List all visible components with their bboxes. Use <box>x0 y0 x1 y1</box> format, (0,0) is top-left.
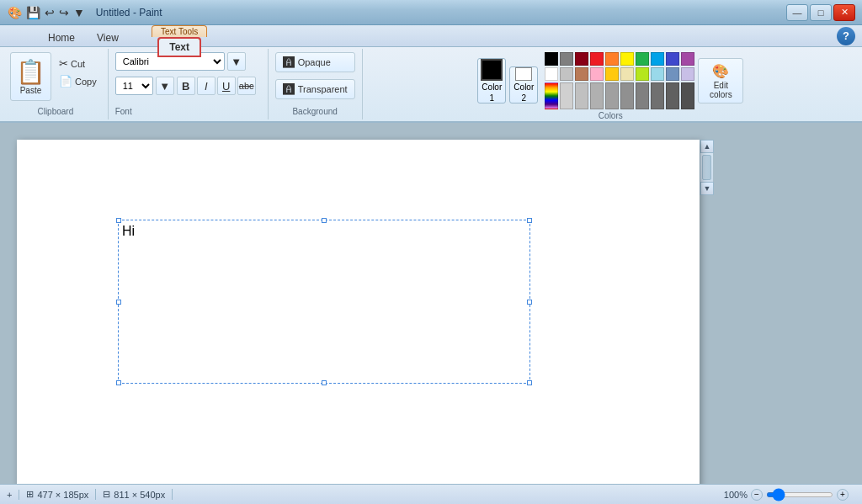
window-controls: — □ ✕ <box>786 4 855 21</box>
scroll-down-arrow[interactable]: ▼ <box>700 182 714 195</box>
color-swatch[interactable] <box>681 82 694 109</box>
add-icon: + <box>7 490 12 500</box>
copy-icon: 📄 <box>59 75 72 88</box>
help-button[interactable]: ? <box>837 27 855 45</box>
color-swatch[interactable] <box>590 52 604 66</box>
clipboard-label: Clipboard <box>37 107 73 116</box>
color-swatch[interactable] <box>651 67 664 81</box>
canvas-container[interactable]: Hi Download astro .com ▼ ▲ ▼ <box>0 123 862 484</box>
color-swatch[interactable] <box>666 52 679 66</box>
rainbow-swatch[interactable] <box>545 82 558 109</box>
paint-canvas[interactable]: Hi Download astro .com ▼ <box>17 140 700 484</box>
status-canvas-dims: ⊟ 811 × 540px <box>103 489 173 500</box>
canvas-dimensions: 811 × 540px <box>114 490 165 500</box>
color-swatch[interactable] <box>636 67 649 81</box>
tab-text[interactable]: Text <box>158 38 200 56</box>
minimize-button[interactable]: — <box>786 4 808 21</box>
color-swatch[interactable] <box>590 67 604 81</box>
color-swatch[interactable] <box>560 67 573 81</box>
copy-button[interactable]: 📄 Copy <box>55 73 101 89</box>
font-label: Font <box>115 107 132 116</box>
color-swatch[interactable] <box>560 82 573 109</box>
font-dropdown-button[interactable]: ▼ <box>227 52 246 71</box>
color-swatch[interactable] <box>605 82 619 109</box>
vertical-scrollbar[interactable]: ▲ ▼ <box>700 140 713 195</box>
zoom-in-button[interactable]: + <box>837 489 849 501</box>
color-swatch[interactable] <box>575 67 588 81</box>
handle-top-middle[interactable] <box>322 218 327 223</box>
color2-button[interactable]: Color 2 <box>509 66 538 103</box>
status-zoom: 100% − + <box>724 489 855 501</box>
strikethrough-button[interactable]: abc <box>237 77 256 95</box>
color-swatch[interactable] <box>560 52 573 66</box>
color1-swatch <box>481 59 503 81</box>
handle-bottom-right[interactable] <box>527 380 532 385</box>
size-dropdown-button[interactable]: ▼ <box>156 77 174 95</box>
status-add: + <box>7 490 19 500</box>
canvas-text[interactable]: Hi <box>122 224 135 239</box>
transparent-button[interactable]: 🅰 Transparent <box>275 79 355 99</box>
cut-button[interactable]: ✂ Cut <box>55 56 101 72</box>
customize-quick-access[interactable]: ▼ <box>72 5 86 20</box>
tab-home[interactable]: Home <box>37 28 86 46</box>
color-swatch[interactable] <box>681 52 694 66</box>
paste-button[interactable]: 📋 Paste <box>10 52 51 101</box>
ribbon-section-clipboard: 📋 Paste ✂ Cut 📄 Copy Clipboard <box>3 49 109 119</box>
undo-button[interactable]: ↩ <box>44 5 56 20</box>
zoom-level: 100% <box>724 490 748 500</box>
redo-button[interactable]: ↪ <box>58 5 70 20</box>
font-size-select[interactable]: 11 <box>115 77 153 95</box>
edit-colors-button[interactable]: 🎨 Edit colors <box>698 58 743 103</box>
status-selection-dims: ⊞ 477 × 185px <box>26 489 96 500</box>
handle-bottom-middle[interactable] <box>322 380 327 385</box>
color-swatch[interactable] <box>651 52 664 66</box>
italic-button[interactable]: I <box>197 77 216 95</box>
color2-swatch <box>515 67 532 81</box>
close-button[interactable]: ✕ <box>833 4 855 21</box>
color-swatch[interactable] <box>575 52 588 66</box>
colors-label: Colors <box>599 111 623 120</box>
color-swatch[interactable] <box>636 82 649 109</box>
selection-dimensions: 477 × 185px <box>37 490 88 500</box>
color1-button[interactable]: Color 1 <box>477 58 506 103</box>
scroll-up-arrow[interactable]: ▲ <box>700 140 714 153</box>
opaque-icon: 🅰 <box>283 56 295 69</box>
app-icon[interactable]: 🎨 <box>7 5 23 20</box>
color-swatch[interactable] <box>666 67 679 81</box>
color-swatch[interactable] <box>620 52 634 66</box>
text-selection-box <box>118 220 530 384</box>
handle-middle-left[interactable] <box>116 300 121 305</box>
opaque-button[interactable]: 🅰 Opaque <box>275 52 355 72</box>
zoom-slider[interactable] <box>766 492 833 497</box>
color-swatch[interactable] <box>590 82 604 109</box>
color-swatch[interactable] <box>605 52 619 66</box>
color-swatch[interactable] <box>651 82 664 109</box>
cut-icon: ✂ <box>59 57 68 70</box>
color-swatch[interactable] <box>545 52 558 66</box>
scroll-thumb[interactable] <box>702 155 711 180</box>
color-swatch[interactable] <box>620 82 634 109</box>
bold-button[interactable]: B <box>177 77 195 95</box>
transparent-icon: 🅰 <box>283 82 295 96</box>
zoom-out-button[interactable]: − <box>751 489 763 501</box>
paste-icon: 📋 <box>16 58 45 86</box>
handle-top-right[interactable] <box>527 218 532 223</box>
color-swatch[interactable] <box>545 67 558 81</box>
color-swatch[interactable] <box>666 82 679 109</box>
save-button[interactable]: 💾 <box>25 5 41 20</box>
color-swatch[interactable] <box>575 82 588 109</box>
color-swatch[interactable] <box>636 52 649 66</box>
color-swatch[interactable] <box>681 67 694 81</box>
ribbon-section-font: Calibri ▼ 11 ▼ B I U abc Font <box>109 49 269 119</box>
handle-top-left[interactable] <box>116 218 121 223</box>
maximize-button[interactable]: □ <box>810 4 832 21</box>
edit-colors-icon: 🎨 <box>712 63 729 79</box>
handle-middle-right[interactable] <box>527 300 532 305</box>
ribbon: 📋 Paste ✂ Cut 📄 Copy Clipboard Calibri <box>0 47 862 123</box>
underline-button[interactable]: U <box>217 77 236 95</box>
color-swatch[interactable] <box>620 67 634 81</box>
handle-bottom-left[interactable] <box>116 380 121 385</box>
tab-view[interactable]: View <box>86 28 130 46</box>
app-title: Untitled - Paint <box>96 7 162 19</box>
color-swatch[interactable] <box>605 67 619 81</box>
